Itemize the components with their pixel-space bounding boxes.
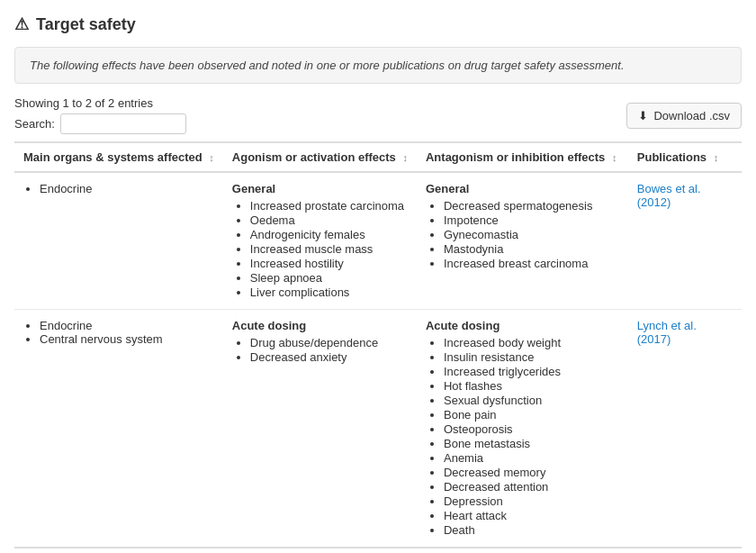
- antagonism-section-label: Acute dosing: [426, 319, 619, 332]
- antagonism-effect-item: Impotence: [444, 213, 619, 227]
- antagonism-effect-item: Anemia: [444, 451, 619, 465]
- cell-antagonism-0: GeneralDecreased spermatogenesisImpotenc…: [417, 172, 628, 310]
- page-title: Target safety: [36, 15, 136, 34]
- col-header-antagonism[interactable]: Antagonism or inhibition effects ↕: [417, 142, 628, 172]
- table-row: EndocrineGeneralIncreased prostate carci…: [14, 172, 742, 310]
- search-row: Search:: [14, 113, 186, 134]
- warning-icon: ⚠: [14, 14, 29, 34]
- organ-item: Central nervous system: [40, 332, 214, 346]
- cell-antagonism-1: Acute dosingIncreased body weightInsulin…: [417, 310, 628, 548]
- agonism-section-label: General: [232, 182, 408, 195]
- cell-organs-0: Endocrine: [14, 172, 223, 310]
- antagonism-effect-item: Decreased memory: [444, 466, 619, 479]
- controls-row: Showing 1 to 2 of 2 entries Search: ⬇ Do…: [14, 96, 742, 134]
- antagonism-effect-item: Decreased attention: [444, 480, 619, 494]
- antagonism-effect-item: Hot flashes: [444, 379, 619, 393]
- organ-item: Endocrine: [40, 319, 214, 332]
- download-btn-label: Download .csv: [653, 109, 730, 122]
- publication-link[interactable]: Lynch et al. (2017): [637, 319, 697, 346]
- organ-item: Endocrine: [40, 182, 214, 195]
- agonism-section-label: Acute dosing: [232, 319, 408, 332]
- publication-link[interactable]: Bowes et al. (2012): [637, 182, 701, 209]
- antagonism-effect-item: Death: [444, 523, 619, 537]
- download-icon: ⬇: [638, 109, 648, 122]
- sort-icon-antagonism: ↕: [612, 152, 617, 163]
- info-banner: The following effects have been observed…: [14, 47, 742, 84]
- antagonism-effect-item: Decreased spermatogenesis: [444, 199, 619, 213]
- agonism-effect-item: Androgenicity females: [250, 228, 408, 241]
- antagonism-effect-item: Increased body weight: [444, 336, 619, 349]
- controls-left: Showing 1 to 2 of 2 entries Search:: [14, 96, 186, 134]
- antagonism-effect-item: Bone metastasis: [444, 437, 619, 450]
- agonism-effect-item: Decreased anxiety: [250, 350, 408, 364]
- cell-organs-1: EndocrineCentral nervous system: [14, 310, 223, 548]
- antagonism-effect-item: Mastodynia: [444, 242, 619, 256]
- sort-icon-agonism: ↕: [402, 152, 408, 163]
- table-row: EndocrineCentral nervous systemAcute dos…: [14, 310, 742, 548]
- cell-publication-1[interactable]: Lynch et al. (2017): [628, 310, 742, 548]
- agonism-effect-item: Increased muscle mass: [250, 242, 408, 256]
- antagonism-effect-item: Heart attack: [444, 509, 619, 522]
- antagonism-effect-item: Insulin resistance: [444, 350, 619, 364]
- sort-icon-publications: ↕: [714, 152, 719, 163]
- antagonism-effect-item: Bone pain: [444, 408, 619, 422]
- main-table: Main organs & systems affected ↕ Agonism…: [14, 141, 742, 548]
- agonism-effect-item: Increased prostate carcinoma: [250, 199, 408, 213]
- sort-icon-organs: ↕: [209, 152, 214, 163]
- search-label: Search:: [14, 117, 55, 131]
- agonism-effect-item: Drug abuse/dependence: [250, 336, 408, 349]
- antagonism-effect-item: Increased triglycerides: [444, 365, 619, 378]
- cell-agonism-0: GeneralIncreased prostate carcinomaOedem…: [223, 172, 417, 310]
- agonism-effect-item: Sleep apnoea: [250, 271, 408, 285]
- col-header-agonism[interactable]: Agonism or activation effects ↕: [223, 142, 417, 172]
- table-header-row: Main organs & systems affected ↕ Agonism…: [14, 142, 742, 172]
- col-header-publications[interactable]: Publications ↕: [628, 142, 742, 172]
- antagonism-effect-item: Gynecomastia: [444, 228, 619, 241]
- antagonism-effect-item: Depression: [444, 494, 619, 508]
- col-header-organs[interactable]: Main organs & systems affected ↕: [14, 142, 223, 172]
- cell-agonism-1: Acute dosingDrug abuse/dependenceDecreas…: [223, 310, 417, 548]
- download-csv-button[interactable]: ⬇ Download .csv: [626, 103, 742, 129]
- agonism-effect-item: Oedema: [250, 213, 408, 227]
- antagonism-section-label: General: [426, 182, 619, 195]
- page-title-row: ⚠ Target safety: [14, 14, 742, 34]
- antagonism-effect-item: Increased breast carcinoma: [444, 257, 619, 270]
- antagonism-effect-item: Sexual dysfunction: [444, 394, 619, 407]
- showing-text: Showing 1 to 2 of 2 entries: [14, 96, 186, 110]
- agonism-effect-item: Liver complications: [250, 286, 408, 299]
- cell-publication-0[interactable]: Bowes et al. (2012): [628, 172, 742, 310]
- agonism-effect-item: Increased hostility: [250, 257, 408, 270]
- antagonism-effect-item: Osteoporosis: [444, 422, 619, 436]
- search-input[interactable]: [60, 113, 186, 134]
